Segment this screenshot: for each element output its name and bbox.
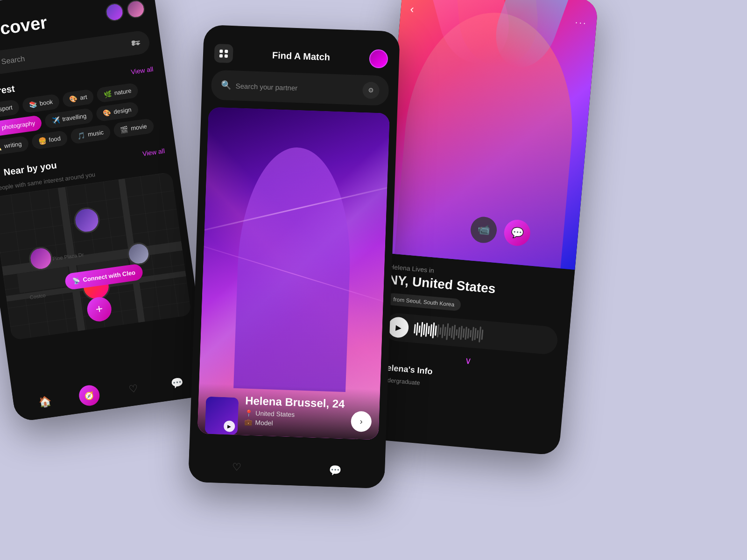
tag-food[interactable]: 🍔food xyxy=(31,130,68,150)
tag-book[interactable]: 📚book xyxy=(21,93,60,113)
tag-travelling[interactable]: ✈️travelling xyxy=(44,108,94,129)
p2-filter-icon[interactable]: ⚙ xyxy=(362,82,380,99)
discover-title: Discover xyxy=(0,13,49,43)
p2-search-bar[interactable]: 🔍 Search your partner ⚙ xyxy=(211,70,389,106)
profile-image: ‹ ··· 📹 💬 xyxy=(380,0,599,270)
nav-heart[interactable]: ♡ xyxy=(123,379,144,400)
bottom-nav-phone1: 🏠 🧭 ♡ 💬 xyxy=(12,363,211,422)
connect-btn-label: Connect with Cleo xyxy=(82,269,135,283)
view-all-interest[interactable]: View all xyxy=(131,65,154,76)
map-container: Pine Plaza Dr Costco 📡 Connect with Cleo… xyxy=(0,172,191,340)
profession-icon: 💼 xyxy=(244,419,253,427)
tag-music[interactable]: 🎵music xyxy=(70,124,111,145)
action-buttons: 📹 💬 xyxy=(470,216,531,247)
p2-search-placeholder: Search your partner xyxy=(235,82,297,92)
avatar-2[interactable] xyxy=(126,0,146,19)
find-match-title: Find A Match xyxy=(272,50,331,63)
nav-chat[interactable]: 💬 xyxy=(167,372,188,393)
chat-btn[interactable]: 💬 xyxy=(503,219,531,247)
bottom-nav-phone2: ♡ 💬 xyxy=(188,449,385,489)
tag-art[interactable]: 🎨art xyxy=(62,89,95,108)
match-card[interactable]: ▶ Helena Brussel, 24 📍 United States 💼 M… xyxy=(197,107,390,440)
tag-sport[interactable]: ⚽sport xyxy=(0,99,20,119)
tag-nature[interactable]: 🌿nature xyxy=(96,83,139,103)
location-icon: 📍 xyxy=(245,409,253,417)
phone-discover: Discover 🔍 Search Interest View all ⚽spo… xyxy=(0,0,211,422)
video-call-btn[interactable]: 📹 xyxy=(470,216,498,244)
interest-title: Interest xyxy=(0,83,15,98)
nav-chat-p2[interactable]: 💬 xyxy=(328,464,341,477)
grid-menu-icon[interactable] xyxy=(214,44,233,63)
view-all-nearby[interactable]: View all xyxy=(142,147,165,158)
nav-heart-p2[interactable]: ♡ xyxy=(232,461,242,474)
p2-header: Find A Match xyxy=(203,25,400,77)
card-info: ▶ Helena Brussel, 24 📍 United States 💼 M… xyxy=(197,383,381,440)
p2-user-avatar[interactable] xyxy=(369,49,388,68)
nav-compass[interactable]: 🧭 xyxy=(78,384,101,407)
profile-info: Helena Lives in NY, United States from S… xyxy=(367,252,575,408)
nav-home[interactable]: 🏠 xyxy=(35,391,56,412)
card-person-name: Helena Brussel, 24 xyxy=(245,394,371,412)
play-button[interactable]: ▶ xyxy=(387,316,409,339)
phone-find-match: Find A Match 🔍 Search your partner ⚙ xyxy=(188,25,400,489)
card-thumbnail[interactable]: ▶ xyxy=(205,397,239,435)
more-menu[interactable]: ··· xyxy=(575,17,588,28)
from-badge: from Seoul, South Korea xyxy=(386,293,461,311)
tag-design[interactable]: 🎨design xyxy=(96,101,139,122)
tag-movie[interactable]: 🎬movie xyxy=(113,118,154,139)
filter-icon[interactable] xyxy=(132,41,141,45)
audio-player[interactable]: ▶ xyxy=(383,312,559,355)
waveform xyxy=(413,320,550,349)
search-label: Search xyxy=(1,55,26,66)
p2-search-icon: 🔍 xyxy=(220,80,231,91)
header-avatars xyxy=(105,0,146,22)
avatar-1[interactable] xyxy=(105,2,125,22)
tag-writing[interactable]: ✏️writing xyxy=(0,135,29,156)
